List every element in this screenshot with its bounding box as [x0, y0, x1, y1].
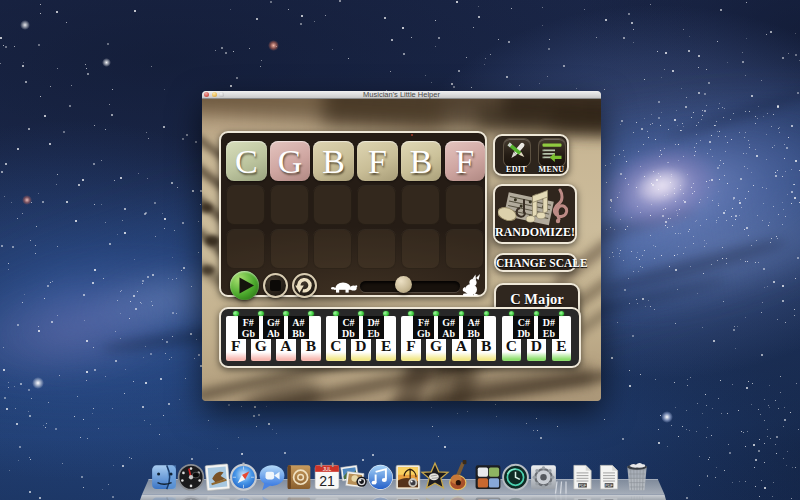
svg-text:21: 21: [319, 473, 335, 489]
svg-text:JUL: JUL: [323, 467, 332, 472]
svg-text:PDF: PDF: [605, 484, 613, 488]
svg-text:PDF: PDF: [579, 484, 587, 488]
